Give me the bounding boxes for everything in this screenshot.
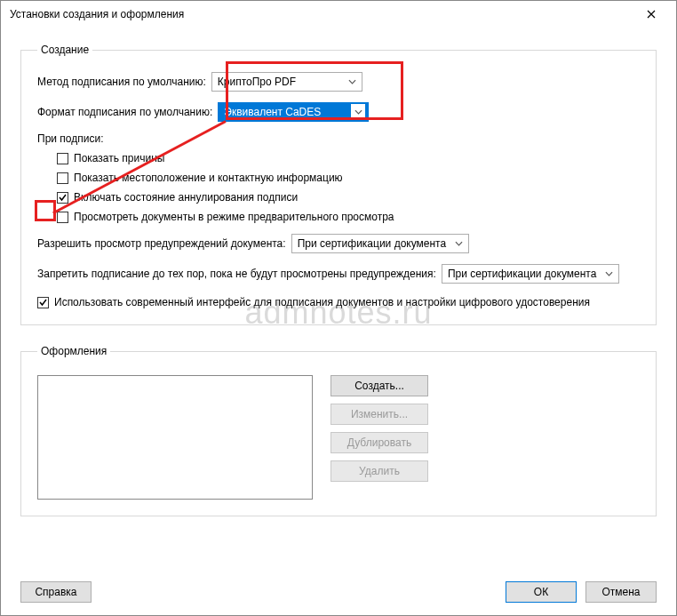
ok-button[interactable]: ОК [506,581,577,603]
method-value: КриптоПро PDF [218,76,296,88]
chevron-down-icon [602,271,617,276]
checkbox-revocation-label: Включать состояние аннулирования подписи [74,191,298,204]
method-label: Метод подписания по умолчанию: [37,76,206,88]
chevron-down-icon [452,241,466,246]
edit-appearance-button[interactable]: Изменить... [331,404,428,425]
help-button[interactable]: Справка [20,581,92,603]
cancel-button[interactable]: Отмена [585,581,657,603]
format-combo[interactable]: Эквивалент CaDES [218,102,369,122]
format-value: Эквивалент CaDES [224,106,321,118]
chevron-down-icon [351,104,365,120]
checkbox-location-label: Показать местоположение и контактную инф… [74,172,343,184]
checkbox-reasons[interactable] [57,153,68,164]
checkbox-location[interactable] [57,172,68,184]
checkbox-preview[interactable] [57,212,68,223]
chevron-down-icon [346,79,360,84]
review-warnings-value: При сертификации документа [298,237,447,250]
review-warnings-label: Разрешить просмотр предупреждений докуме… [37,237,286,250]
create-appearance-button[interactable]: Создать... [331,375,428,396]
checkbox-modern-ui[interactable] [37,297,49,308]
appearances-legend: Оформления [37,345,110,357]
when-signing-label: При подписи: [37,132,640,145]
creation-group: Создание Метод подписания по умолчанию: … [20,44,657,325]
duplicate-appearance-button[interactable]: Дублировать [331,432,428,453]
delete-appearance-button[interactable]: Удалить [331,460,428,482]
prevent-signing-value: При сертификации документа [448,268,597,280]
window-title: Установки создания и оформления [10,8,184,20]
prevent-signing-label: Запретить подписание до тех пор, пока не… [37,268,436,280]
appearances-group: Оформления Создать... Изменить... Дублир… [20,345,657,516]
appearances-listbox[interactable] [37,375,313,500]
checkbox-revocation[interactable] [57,192,68,204]
format-label: Формат подписания по умолчанию: [37,106,212,118]
method-combo[interactable]: КриптоПро PDF [211,72,362,92]
highlight-box-small [35,200,56,221]
checkbox-reasons-label: Показать причины [74,152,164,164]
checkbox-modern-ui-label: Использовать современный интерфейс для п… [54,296,590,308]
creation-legend: Создание [37,44,92,56]
review-warnings-combo[interactable]: При сертификации документа [291,234,469,253]
checkbox-preview-label: Просмотреть документы в режиме предварит… [74,211,394,223]
prevent-signing-combo[interactable]: При сертификации документа [442,264,619,284]
close-icon [647,10,656,19]
close-button[interactable] [633,2,669,27]
